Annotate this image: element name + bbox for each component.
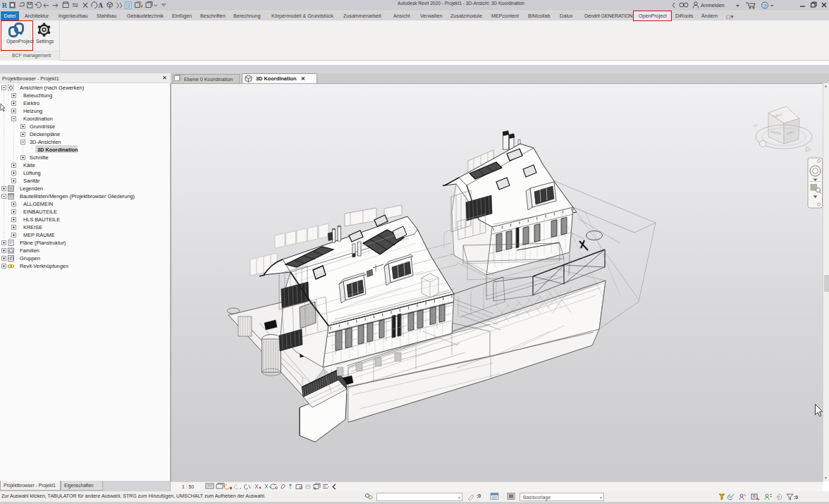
svg-text:Anmelden: Anmelden [701, 2, 725, 8]
svg-text:?: ? [763, 3, 766, 9]
svg-text:Settings: Settings [36, 39, 54, 44]
svg-text:R: R [2, 1, 8, 8]
svg-text:A: A [98, 2, 103, 9]
svg-text::0: :0 [794, 495, 798, 500]
